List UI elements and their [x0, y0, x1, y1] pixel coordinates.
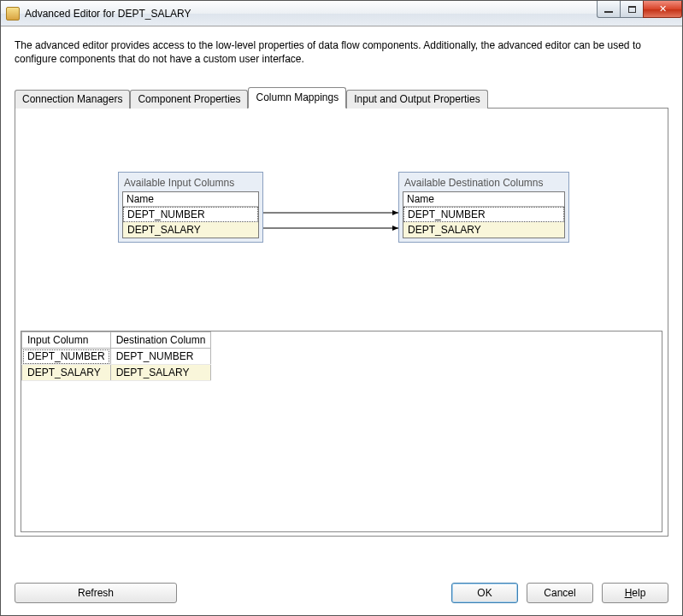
tab-strip: Connection Managers Component Properties…	[15, 86, 668, 108]
refresh-button[interactable]: Refresh	[15, 583, 177, 603]
tab-column-mappings[interactable]: Column Mappings	[248, 87, 346, 109]
help-button[interactable]: Help	[602, 583, 668, 603]
grid-cell-destination[interactable]: DEPT_NUMBER	[110, 349, 211, 365]
close-icon	[659, 3, 667, 15]
minimize-button[interactable]	[597, 1, 621, 18]
tab-component-properties[interactable]: Component Properties	[130, 90, 248, 109]
grid-cell-input[interactable]: DEPT_SALARY	[22, 365, 111, 381]
tab-input-output-properties[interactable]: Input and Output Properties	[346, 90, 487, 109]
app-icon	[6, 7, 20, 21]
maximize-icon	[628, 6, 636, 13]
help-button-rest: elp	[632, 587, 645, 599]
grid-cell-input[interactable]: DEPT_NUMBER	[22, 349, 111, 365]
grid-header-input[interactable]: Input Column	[22, 332, 111, 349]
input-columns-list: Name DEPT_NUMBER DEPT_SALARY	[122, 191, 259, 238]
input-column-item[interactable]: DEPT_NUMBER	[123, 207, 258, 222]
available-destination-columns-box[interactable]: Available Destination Columns Name DEPT_…	[398, 172, 569, 243]
destination-column-item[interactable]: DEPT_SALARY	[403, 222, 564, 238]
cancel-button[interactable]: Cancel	[527, 583, 593, 603]
grid-row[interactable]: DEPT_NUMBER DEPT_NUMBER	[22, 349, 211, 365]
content-area: The advanced editor provides access to t…	[1, 26, 682, 545]
tab-connection-managers[interactable]: Connection Managers	[15, 90, 130, 109]
maximize-button[interactable]	[620, 1, 644, 18]
help-button-hotkey: H	[625, 587, 633, 599]
titlebar: Advanced Editor for DEPT_SALARY	[1, 1, 682, 26]
close-button[interactable]	[643, 1, 682, 18]
tab-page: Available Input Columns Name DEPT_NUMBER…	[15, 108, 668, 537]
mapping-connectors	[15, 109, 668, 326]
input-column-item[interactable]: DEPT_SALARY	[123, 222, 258, 238]
input-columns-title: Available Input Columns	[122, 176, 259, 191]
ok-button[interactable]: OK	[451, 583, 518, 603]
grid-header-destination[interactable]: Destination Column	[110, 332, 211, 349]
minimize-icon	[604, 11, 613, 13]
available-input-columns-box[interactable]: Available Input Columns Name DEPT_NUMBER…	[118, 172, 263, 243]
destination-columns-header: Name	[403, 192, 564, 207]
destination-column-item[interactable]: DEPT_NUMBER	[403, 207, 564, 222]
description-text: The advanced editor provides access to t…	[15, 38, 668, 66]
window-title: Advanced Editor for DEPT_SALARY	[25, 8, 191, 20]
input-columns-header: Name	[123, 192, 258, 207]
destination-columns-list: Name DEPT_NUMBER DEPT_SALARY	[403, 191, 565, 238]
button-bar: Refresh OK Cancel Help	[15, 583, 668, 603]
grid-cell-destination[interactable]: DEPT_SALARY	[110, 365, 211, 381]
mapping-grid[interactable]: Input Column Destination Column DEPT_NUM…	[21, 331, 211, 381]
destination-columns-title: Available Destination Columns	[403, 176, 565, 191]
window-controls	[598, 1, 682, 18]
mapping-grid-container: Input Column Destination Column DEPT_NUM…	[21, 331, 662, 532]
grid-row[interactable]: DEPT_SALARY DEPT_SALARY	[22, 365, 211, 381]
mapping-diagram: Available Input Columns Name DEPT_NUMBER…	[15, 109, 668, 326]
